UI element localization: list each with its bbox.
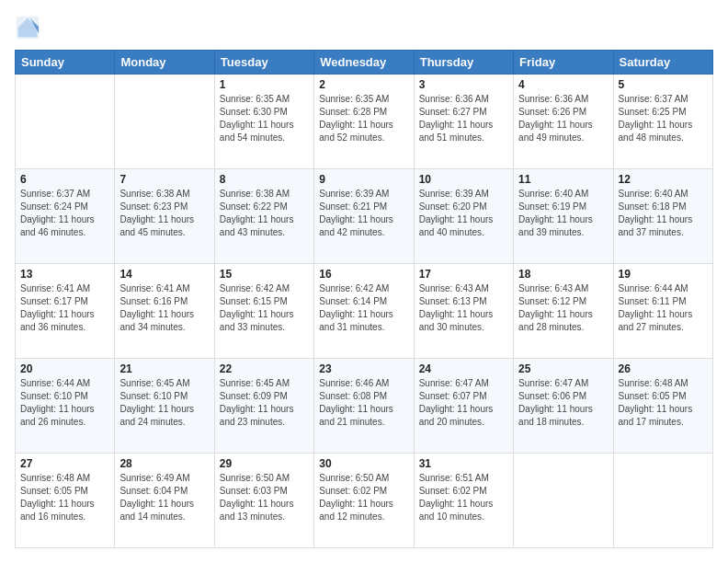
calendar-cell: 18Sunrise: 6:43 AMSunset: 6:12 PMDayligh… (514, 264, 613, 359)
calendar-cell (613, 454, 712, 548)
day-number: 9 (319, 173, 408, 186)
cell-content: Daylight: 11 hours and 52 minutes. (319, 119, 408, 144)
cell-content: Sunrise: 6:47 AM (518, 377, 608, 390)
day-number: 25 (518, 362, 608, 375)
cell-content: Sunrise: 6:40 AM (518, 188, 608, 201)
cell-content: Daylight: 11 hours and 34 minutes. (119, 308, 209, 334)
calendar-cell: 1Sunrise: 6:35 AMSunset: 6:30 PMDaylight… (214, 75, 313, 169)
calendar-cell (115, 75, 214, 169)
cell-content: Sunset: 6:17 PM (20, 295, 109, 308)
calendar-cell: 4Sunrise: 6:36 AMSunset: 6:26 PMDaylight… (514, 75, 613, 169)
cell-content: Sunrise: 6:44 AM (20, 377, 109, 390)
week-row-4: 27Sunrise: 6:48 AMSunset: 6:05 PMDayligh… (16, 454, 713, 548)
day-number: 14 (119, 268, 209, 281)
cell-content: Daylight: 11 hours and 14 minutes. (119, 498, 209, 523)
cell-content: Sunrise: 6:42 AM (220, 282, 309, 295)
cell-content: Sunset: 6:12 PM (518, 295, 608, 308)
cell-content: Sunset: 6:22 PM (220, 201, 309, 213)
day-number: 5 (619, 78, 708, 91)
cell-content: Sunrise: 6:35 AM (319, 93, 408, 106)
calendar-cell: 12Sunrise: 6:40 AMSunset: 6:18 PMDayligh… (613, 169, 712, 264)
day-number: 30 (319, 457, 408, 470)
cell-content: Daylight: 11 hours and 12 minutes. (319, 498, 408, 523)
day-number: 31 (419, 457, 508, 470)
week-row-2: 13Sunrise: 6:41 AMSunset: 6:17 PMDayligh… (16, 264, 713, 359)
cell-content: Sunrise: 6:41 AM (119, 282, 209, 295)
cell-content: Sunrise: 6:47 AM (419, 377, 508, 390)
cell-content: Sunset: 6:18 PM (619, 201, 708, 213)
logo-icon (15, 15, 40, 40)
cell-content: Sunrise: 6:41 AM (20, 282, 109, 295)
cell-content: Sunset: 6:20 PM (419, 201, 508, 213)
cell-content: Sunrise: 6:45 AM (119, 377, 209, 390)
cell-content: Sunset: 6:04 PM (119, 485, 209, 498)
day-number: 12 (619, 173, 708, 186)
cell-content: Daylight: 11 hours and 37 minutes. (619, 213, 708, 239)
cell-content: Sunset: 6:16 PM (119, 295, 209, 308)
cell-content: Daylight: 11 hours and 49 minutes. (518, 119, 608, 144)
calendar-cell: 5Sunrise: 6:37 AMSunset: 6:25 PMDaylight… (613, 75, 712, 169)
header (15, 15, 713, 40)
day-number: 29 (220, 457, 309, 470)
calendar-cell (514, 454, 613, 548)
cell-content: Sunrise: 6:35 AM (220, 93, 309, 106)
calendar-cell: 7Sunrise: 6:38 AMSunset: 6:23 PMDaylight… (115, 169, 214, 264)
cell-content: Sunset: 6:10 PM (20, 390, 109, 403)
cell-content: Sunrise: 6:39 AM (319, 188, 408, 201)
day-number: 19 (619, 268, 708, 281)
day-header-monday: Monday (115, 51, 214, 75)
cell-content: Sunset: 6:21 PM (319, 201, 408, 213)
cell-content: Sunrise: 6:48 AM (619, 377, 708, 390)
calendar-cell: 20Sunrise: 6:44 AMSunset: 6:10 PMDayligh… (16, 359, 115, 454)
day-number: 6 (20, 173, 109, 186)
cell-content: Sunrise: 6:50 AM (319, 472, 408, 485)
cell-content: Sunrise: 6:49 AM (119, 472, 209, 485)
cell-content: Daylight: 11 hours and 46 minutes. (20, 213, 109, 239)
cell-content: Sunrise: 6:44 AM (619, 282, 708, 295)
calendar-cell: 25Sunrise: 6:47 AMSunset: 6:06 PMDayligh… (514, 359, 613, 454)
calendar-cell: 10Sunrise: 6:39 AMSunset: 6:20 PMDayligh… (414, 169, 513, 264)
cell-content: Sunset: 6:25 PM (619, 106, 708, 119)
cell-content: Sunset: 6:05 PM (619, 390, 708, 403)
calendar-cell: 28Sunrise: 6:49 AMSunset: 6:04 PMDayligh… (115, 454, 214, 548)
calendar-cell: 30Sunrise: 6:50 AMSunset: 6:02 PMDayligh… (314, 454, 414, 548)
cell-content: Sunset: 6:14 PM (319, 295, 408, 308)
calendar-cell: 8Sunrise: 6:38 AMSunset: 6:22 PMDaylight… (214, 169, 313, 264)
day-header-thursday: Thursday (414, 51, 513, 75)
cell-content: Daylight: 11 hours and 23 minutes. (220, 403, 309, 429)
cell-content: Sunrise: 6:38 AM (119, 188, 209, 201)
cell-content: Sunset: 6:02 PM (319, 485, 408, 498)
cell-content: Daylight: 11 hours and 26 minutes. (20, 403, 109, 429)
cell-content: Daylight: 11 hours and 31 minutes. (319, 308, 408, 334)
cell-content: Daylight: 11 hours and 28 minutes. (518, 308, 608, 334)
cell-content: Sunrise: 6:36 AM (518, 93, 608, 106)
cell-content: Sunrise: 6:43 AM (419, 282, 508, 295)
cell-content: Sunrise: 6:38 AM (220, 188, 309, 201)
day-number: 28 (119, 457, 209, 470)
calendar-table: SundayMondayTuesdayWednesdayThursdayFrid… (15, 50, 713, 548)
day-number: 8 (220, 173, 309, 186)
calendar-cell: 17Sunrise: 6:43 AMSunset: 6:13 PMDayligh… (414, 264, 513, 359)
logo (15, 15, 44, 40)
day-header-sunday: Sunday (16, 51, 115, 75)
week-row-0: 1Sunrise: 6:35 AMSunset: 6:30 PMDaylight… (16, 75, 713, 169)
cell-content: Sunset: 6:07 PM (419, 390, 508, 403)
cell-content: Sunset: 6:28 PM (319, 106, 408, 119)
cell-content: Daylight: 11 hours and 48 minutes. (619, 119, 708, 144)
calendar-cell: 13Sunrise: 6:41 AMSunset: 6:17 PMDayligh… (16, 264, 115, 359)
cell-content: Daylight: 11 hours and 18 minutes. (518, 403, 608, 429)
cell-content: Daylight: 11 hours and 20 minutes. (419, 403, 508, 429)
cell-content: Sunrise: 6:51 AM (419, 472, 508, 485)
cell-content: Daylight: 11 hours and 54 minutes. (220, 119, 309, 144)
page: SundayMondayTuesdayWednesdayThursdayFrid… (0, 0, 728, 563)
cell-content: Daylight: 11 hours and 17 minutes. (619, 403, 708, 429)
day-number: 20 (20, 362, 109, 375)
day-number: 23 (319, 362, 408, 375)
cell-content: Daylight: 11 hours and 27 minutes. (619, 308, 708, 334)
cell-content: Daylight: 11 hours and 51 minutes. (419, 119, 508, 144)
cell-content: Sunset: 6:10 PM (119, 390, 209, 403)
day-number: 4 (518, 78, 608, 91)
calendar-cell: 3Sunrise: 6:36 AMSunset: 6:27 PMDaylight… (414, 75, 513, 169)
calendar-cell: 19Sunrise: 6:44 AMSunset: 6:11 PMDayligh… (613, 264, 712, 359)
day-number: 17 (419, 268, 508, 281)
